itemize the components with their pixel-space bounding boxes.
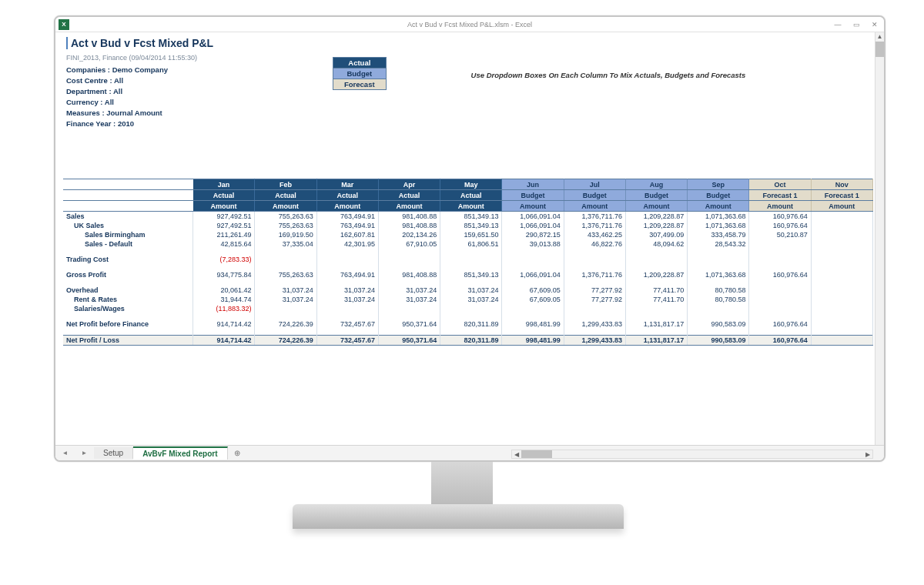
data-cell[interactable]: 31,037.24 [255,295,316,304]
data-cell[interactable]: 981,408.88 [378,221,440,230]
data-cell[interactable] [749,255,811,264]
data-cell[interactable]: 307,499.09 [625,230,687,239]
column-header-type-dropdown[interactable]: Budget [564,190,625,201]
data-cell[interactable] [811,255,872,264]
data-cell[interactable]: 31,037.24 [440,295,502,304]
data-cell[interactable]: 202,134.26 [378,230,440,239]
data-cell[interactable]: 31,944.74 [193,295,255,304]
data-cell[interactable]: 927,492.51 [193,221,255,230]
data-cell[interactable]: 169,919.50 [255,230,316,239]
data-cell[interactable]: 1,209,228.87 [625,270,687,279]
tab-nav-controls[interactable]: ◄ ► [55,450,94,456]
column-header-month[interactable]: Mar [316,179,378,190]
data-cell[interactable] [811,270,872,279]
data-cell[interactable]: 914,714.42 [193,335,255,345]
data-cell[interactable]: 1,066,091.04 [502,270,564,279]
data-cell[interactable]: 914,714.42 [193,319,255,329]
data-cell[interactable]: 46,822.76 [564,239,625,249]
data-cell[interactable]: 755,263.63 [255,270,316,279]
column-header-type-dropdown[interactable]: Actual [255,190,316,201]
data-cell[interactable]: 162,607.81 [316,230,378,239]
data-cell[interactable] [255,255,316,264]
data-cell[interactable] [811,295,872,304]
data-cell[interactable] [625,304,687,313]
data-cell[interactable]: 31,037.24 [316,295,378,304]
close-button[interactable]: ✕ [865,21,884,28]
data-cell[interactable]: 211,261.49 [193,230,255,239]
column-header-month[interactable]: Jul [564,179,625,190]
column-header-type-dropdown[interactable]: Forecast 1 [749,190,811,201]
data-cell[interactable] [811,319,872,329]
data-cell[interactable]: 42,301.95 [316,239,378,249]
scroll-right-arrow-icon[interactable]: ▶ [863,451,872,458]
data-cell[interactable]: 160,976.64 [749,270,811,279]
data-cell[interactable] [688,255,749,264]
data-cell[interactable] [811,286,872,295]
data-cell[interactable]: 290,872.15 [502,230,564,239]
data-cell[interactable]: 31,037.24 [378,295,440,304]
data-cell[interactable]: 50,210.87 [749,230,811,239]
data-cell[interactable]: 1,066,091.04 [502,212,564,222]
data-cell[interactable]: 77,411.70 [625,286,687,295]
data-cell[interactable]: 1,071,363.68 [688,270,749,279]
column-header-type-dropdown[interactable]: Actual [193,190,255,201]
horizontal-scroll-thumb[interactable] [521,450,552,458]
data-cell[interactable]: 159,651.50 [440,230,502,239]
data-cell[interactable]: 851,349.13 [440,270,502,279]
column-header-month[interactable]: Jun [502,179,564,190]
data-cell[interactable]: 990,583.09 [688,335,749,345]
vertical-scroll-thumb[interactable] [875,42,884,57]
data-cell[interactable]: 77,277.92 [564,286,625,295]
data-cell[interactable]: 820,311.89 [440,319,502,329]
data-cell[interactable]: 732,457.67 [316,319,378,329]
data-cell[interactable] [749,239,811,249]
data-cell[interactable]: 67,910.05 [378,239,440,249]
tab-avbvf-mixed-report[interactable]: AvBvF Mixed Report [133,446,227,460]
data-cell[interactable]: 31,037.24 [316,286,378,295]
data-cell[interactable]: 851,349.13 [440,212,502,222]
column-header-month[interactable]: Nov [811,179,872,190]
data-cell[interactable]: 820,311.89 [440,335,502,345]
data-cell[interactable] [625,255,687,264]
data-cell[interactable]: 927,492.51 [193,212,255,222]
column-header-type-dropdown[interactable]: Budget [502,190,564,201]
data-cell[interactable]: (11,883.32) [193,304,255,313]
data-cell[interactable]: 934,775.84 [193,270,255,279]
data-cell[interactable]: 763,494.91 [316,270,378,279]
new-sheet-button[interactable]: ⊕ [228,449,246,457]
data-cell[interactable]: 998,481.99 [502,335,564,345]
data-cell[interactable] [749,286,811,295]
column-header-month[interactable]: Oct [749,179,811,190]
tab-nav-first-icon[interactable]: ◄ [62,450,69,456]
data-cell[interactable]: 1,131,817.17 [625,319,687,329]
data-cell[interactable]: 981,408.88 [378,270,440,279]
data-cell[interactable]: 1,066,091.04 [502,221,564,230]
data-cell[interactable] [811,221,872,230]
data-cell[interactable] [378,304,440,313]
data-cell[interactable]: 981,408.88 [378,212,440,222]
data-cell[interactable]: 433,462.25 [564,230,625,239]
column-header-type-dropdown[interactable]: Actual [316,190,378,201]
scroll-left-arrow-icon[interactable]: ◀ [512,451,521,458]
data-cell[interactable]: 724,226.39 [255,335,316,345]
column-header-month[interactable]: Sep [688,179,749,190]
data-cell[interactable]: 1,376,711.76 [564,221,625,230]
data-cell[interactable]: 48,094.62 [625,239,687,249]
data-cell[interactable]: 77,411.70 [625,295,687,304]
data-cell[interactable]: 333,458.79 [688,230,749,239]
data-cell[interactable] [811,304,872,313]
data-cell[interactable]: 763,494.91 [316,212,378,222]
data-cell[interactable]: 1,071,363.68 [688,212,749,222]
column-header-month[interactable]: Aug [625,179,687,190]
data-cell[interactable]: 950,371.64 [378,335,440,345]
data-cell[interactable] [749,295,811,304]
data-cell[interactable] [502,255,564,264]
data-cell[interactable]: 28,543.32 [688,239,749,249]
data-cell[interactable]: 160,976.64 [749,221,811,230]
data-cell[interactable] [564,255,625,264]
vertical-scrollbar[interactable]: ▲ [875,32,884,445]
data-cell[interactable]: 990,583.09 [688,319,749,329]
data-cell[interactable]: 950,371.64 [378,319,440,329]
data-cell[interactable] [688,304,749,313]
data-cell[interactable]: 67,609.05 [502,295,564,304]
